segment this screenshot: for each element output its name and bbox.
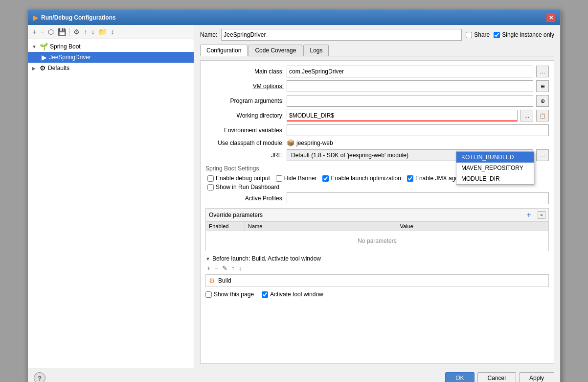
main-class-browse-button[interactable]: … bbox=[536, 66, 549, 77]
working-directory-browse-button[interactable]: … bbox=[520, 110, 533, 121]
save-config-button[interactable]: 💾 bbox=[56, 27, 68, 37]
share-checkbox[interactable] bbox=[466, 32, 472, 38]
override-parameters-section: Override parameters + » Enabled Name Val… bbox=[205, 208, 549, 251]
tab-configuration[interactable]: Configuration bbox=[200, 45, 248, 56]
expand-icon: ▼ bbox=[32, 44, 38, 49]
vm-options-expand-button[interactable]: ⊕ bbox=[536, 80, 549, 92]
main-content: Name: Share Single instance only Configu… bbox=[194, 25, 560, 368]
enable-launch-optimization-label: Enable launch optimization bbox=[331, 175, 401, 182]
hide-banner-item: Hide Banner bbox=[276, 175, 317, 182]
activate-tool-window-label: Activate tool window bbox=[270, 291, 323, 298]
environment-variables-row: Environment variables: bbox=[205, 124, 549, 136]
enable-debug-output-item: Enable debug output bbox=[207, 175, 270, 182]
single-instance-checkbox[interactable] bbox=[494, 32, 500, 38]
tab-code-coverage[interactable]: Code Coverage bbox=[249, 45, 302, 56]
enable-jmx-agent-checkbox[interactable] bbox=[407, 175, 413, 182]
tabs: Configuration Code Coverage Logs bbox=[200, 45, 554, 56]
share-area: Share bbox=[466, 31, 490, 38]
move-down-button[interactable]: ↓ bbox=[90, 27, 96, 37]
sidebar-toolbar: + − ⬡ 💾 ⚙ ↑ ↓ 📁 ↕ bbox=[28, 25, 194, 39]
scroll-down-btn[interactable]: » bbox=[538, 211, 545, 219]
before-launch-down-button[interactable]: ↓ bbox=[237, 264, 244, 272]
config-tree: ▼ 🌱 Spring Boot ▶ JeeSpringDriver ▶ ⚙ De… bbox=[28, 39, 194, 368]
enable-jmx-agent-item: Enable JMX agent bbox=[407, 175, 463, 182]
module-name: jeespring-web bbox=[296, 140, 333, 146]
build-row: ⚙ Build bbox=[205, 274, 549, 287]
jre-browse-button[interactable]: … bbox=[536, 149, 549, 161]
name-label: Name: bbox=[200, 31, 217, 38]
config-panel: Main class: … VM options: ⊕ Program argu… bbox=[200, 60, 554, 364]
before-launch-edit-button[interactable]: ✎ bbox=[221, 264, 229, 272]
name-input[interactable] bbox=[221, 29, 462, 41]
active-profiles-label: Active Profiles: bbox=[205, 195, 284, 202]
titlebar: ▶ Run/Debug Configurations ✕ bbox=[28, 10, 560, 25]
use-classpath-row: Use classpath of module: 📦 jeespring-web bbox=[205, 139, 549, 146]
no-parameters-message: No parameters bbox=[358, 238, 396, 244]
show-this-page-label: Show this page bbox=[214, 291, 254, 298]
jre-label: JRE: bbox=[205, 152, 284, 159]
before-launch-up-button[interactable]: ↑ bbox=[230, 264, 236, 272]
cancel-button[interactable]: Cancel bbox=[477, 372, 516, 382]
col-value-header: Value bbox=[397, 222, 549, 231]
move-up-button[interactable]: ↑ bbox=[82, 27, 89, 37]
add-parameter-button[interactable]: + bbox=[524, 210, 534, 220]
folder-button[interactable]: 📁 bbox=[97, 27, 108, 37]
enable-launch-optimization-checkbox[interactable] bbox=[322, 175, 329, 182]
hide-banner-checkbox[interactable] bbox=[276, 175, 282, 182]
show-in-run-dashboard-label: Show in Run Dashboard bbox=[216, 184, 279, 191]
environment-variables-input[interactable] bbox=[287, 124, 549, 136]
enable-debug-output-checkbox[interactable] bbox=[207, 175, 214, 182]
name-row: Name: Share Single instance only bbox=[200, 29, 554, 41]
program-arguments-input[interactable] bbox=[287, 95, 533, 107]
remove-config-button[interactable]: − bbox=[39, 27, 45, 37]
environment-variables-label: Environment variables: bbox=[205, 127, 284, 134]
col-name-header: Name bbox=[245, 222, 397, 231]
tree-item-jeespring-driver[interactable]: ▶ JeeSpringDriver bbox=[28, 52, 194, 63]
show-this-page-checkbox[interactable] bbox=[205, 291, 212, 298]
sort-button[interactable]: ↕ bbox=[109, 27, 115, 37]
copy-config-button[interactable]: ⬡ bbox=[46, 27, 55, 37]
vm-options-input[interactable] bbox=[287, 80, 533, 92]
active-profiles-input[interactable] bbox=[287, 192, 549, 204]
spring-boot-checkboxes-2: Show in Run Dashboard bbox=[205, 184, 549, 191]
active-profiles-row: Active Profiles: bbox=[205, 192, 549, 204]
tree-item-spring-boot[interactable]: ▼ 🌱 Spring Boot bbox=[28, 41, 194, 52]
activate-tool-window-checkbox[interactable] bbox=[262, 291, 268, 298]
tree-item-defaults[interactable]: ▶ ⚙ Defaults bbox=[28, 63, 194, 73]
settings-button[interactable]: ⚙ bbox=[72, 27, 81, 37]
main-class-input[interactable] bbox=[287, 66, 533, 77]
show-in-run-dashboard-checkbox[interactable] bbox=[207, 184, 214, 191]
before-launch-label: Before launch: Build, Activate tool wind… bbox=[212, 255, 321, 262]
close-button[interactable]: ✕ bbox=[546, 13, 555, 22]
defaults-label: Defaults bbox=[48, 65, 69, 72]
col-enabled-header: Enabled bbox=[206, 222, 245, 231]
dropdown-item-module-dir[interactable]: MODULE_DIR bbox=[456, 173, 534, 184]
apply-button[interactable]: Apply bbox=[519, 372, 554, 382]
ok-button[interactable]: OK bbox=[445, 372, 474, 382]
working-directory-input[interactable] bbox=[287, 110, 518, 121]
module-value: 📦 jeespring-web bbox=[287, 139, 549, 146]
before-launch-section: ▼ Before launch: Build, Activate tool wi… bbox=[205, 255, 549, 287]
dropdown-item-kotlin-bundled[interactable]: KOTLIN_BUNDLED bbox=[456, 152, 534, 163]
before-launch-add-button[interactable]: + bbox=[205, 264, 212, 272]
build-label: Build bbox=[218, 277, 231, 284]
override-body: No parameters bbox=[206, 231, 548, 251]
before-launch-header: ▼ Before launch: Build, Activate tool wi… bbox=[205, 255, 549, 262]
activate-tool-window-item: Activate tool window bbox=[262, 291, 323, 298]
working-directory-macro-button[interactable]: 📋 bbox=[536, 110, 549, 121]
bottom-checkboxes: Show this page Activate tool window bbox=[205, 291, 549, 298]
single-instance-label: Single instance only bbox=[502, 31, 554, 38]
tab-logs[interactable]: Logs bbox=[303, 45, 329, 56]
enable-debug-output-label: Enable debug output bbox=[216, 175, 270, 182]
dialog-footer: ? OK Cancel Apply bbox=[28, 368, 560, 382]
collapse-icon: ▼ bbox=[205, 256, 210, 262]
program-arguments-expand-button[interactable]: ⊕ bbox=[536, 95, 549, 107]
program-arguments-row: Program arguments: ⊕ bbox=[205, 95, 549, 107]
spring-boot-icon: 🌱 bbox=[40, 43, 48, 50]
add-config-button[interactable]: + bbox=[31, 27, 38, 37]
dialog-title: Run/Debug Configurations bbox=[41, 14, 116, 21]
override-parameters-title: Override parameters bbox=[209, 212, 263, 218]
help-button[interactable]: ? bbox=[34, 372, 45, 382]
dropdown-item-maven-repository[interactable]: MAVEN_REPOSITORY bbox=[456, 163, 534, 173]
before-launch-remove-button[interactable]: − bbox=[213, 264, 220, 272]
